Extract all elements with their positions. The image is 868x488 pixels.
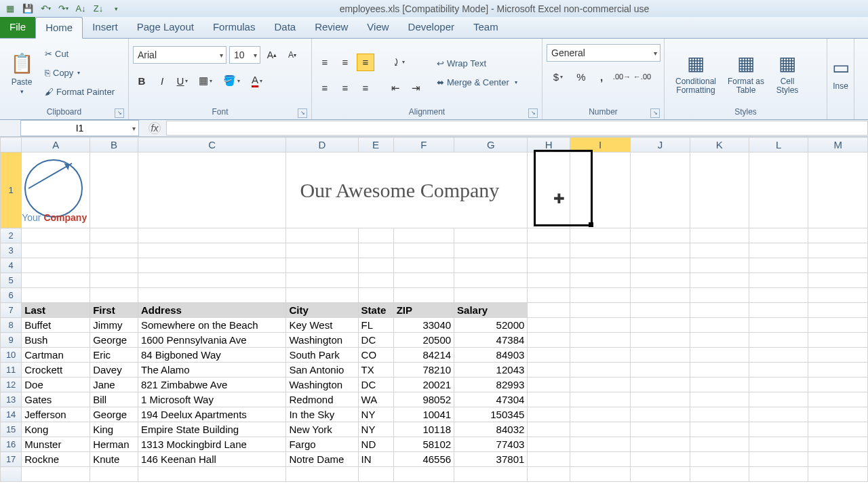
- cell-G3[interactable]: [454, 243, 528, 258]
- cell-M14[interactable]: [808, 407, 868, 422]
- col-header-I[interactable]: I: [570, 138, 630, 152]
- cell-styles-button[interactable]: ▦Cell Styles: [769, 43, 806, 104]
- cell-I9[interactable]: [570, 333, 630, 348]
- qat-customize-icon[interactable]: ▾: [108, 2, 123, 16]
- cell-K1[interactable]: [690, 152, 749, 228]
- cell-F13[interactable]: 98052: [393, 392, 454, 407]
- cell-B12[interactable]: Jane: [90, 378, 138, 392]
- cell-E16[interactable]: ND: [358, 437, 393, 452]
- cell-B6[interactable]: [90, 288, 138, 303]
- format-painter-button[interactable]: 🖌Format Painter: [42, 83, 117, 101]
- cell-J14[interactable]: [631, 407, 690, 422]
- cell-C15[interactable]: Empire State Building: [138, 422, 286, 437]
- tab-insert[interactable]: Insert: [83, 17, 127, 38]
- row-header-18[interactable]: [1, 467, 22, 482]
- align-center-icon[interactable]: ≡: [336, 79, 354, 97]
- cell-F17[interactable]: 46556: [393, 452, 454, 467]
- cell-B9[interactable]: George: [90, 333, 138, 348]
- cell-L3[interactable]: [749, 243, 808, 258]
- conditional-formatting-button[interactable]: ▦Conditional Formatting: [669, 43, 723, 104]
- align-right-icon[interactable]: ≡: [357, 79, 374, 97]
- cell-J15[interactable]: [631, 422, 690, 437]
- cell-G4[interactable]: [454, 258, 528, 273]
- cell-G13[interactable]: 47304: [454, 392, 528, 407]
- number-launcher[interactable]: ↘: [650, 108, 660, 118]
- cell-M9[interactable]: [808, 333, 868, 348]
- cell-C10[interactable]: 84 Bigboned Way: [138, 348, 286, 363]
- cell-F6[interactable]: [393, 288, 454, 303]
- cell-E17[interactable]: IN: [358, 452, 393, 467]
- cell-J3[interactable]: [631, 243, 690, 258]
- cell-J7[interactable]: [631, 303, 690, 318]
- cell-C14[interactable]: 194 Deelux Apartments: [138, 407, 286, 422]
- cell-G5[interactable]: [454, 273, 528, 288]
- cell-J12[interactable]: [631, 378, 690, 392]
- cell-E10[interactable]: CO: [358, 348, 393, 363]
- cell-F16[interactable]: 58102: [393, 437, 454, 452]
- cell-D15[interactable]: New York: [286, 422, 358, 437]
- shrink-font-icon[interactable]: A▾: [283, 46, 301, 64]
- decrease-decimal-icon[interactable]: ←.00: [633, 68, 651, 85]
- cell-L11[interactable]: [749, 363, 808, 378]
- cell-B3[interactable]: [90, 243, 138, 258]
- cell-K10[interactable]: [690, 348, 749, 363]
- cell-F4[interactable]: [393, 258, 454, 273]
- cell-I4[interactable]: [570, 258, 630, 273]
- tab-file[interactable]: File: [0, 17, 35, 38]
- cell-J4[interactable]: [631, 258, 690, 273]
- col-header-E[interactable]: E: [358, 138, 393, 152]
- cell-I2[interactable]: [570, 228, 630, 243]
- cell-I6[interactable]: [570, 288, 630, 303]
- cell-D11[interactable]: San Antonio: [286, 363, 358, 378]
- cell-K5[interactable]: [690, 273, 749, 288]
- cell-D16[interactable]: Fargo: [286, 437, 358, 452]
- cell-H9[interactable]: [528, 333, 570, 348]
- cell-K12[interactable]: [690, 378, 749, 392]
- cell-H14[interactable]: [528, 407, 570, 422]
- cell-G14[interactable]: 150345: [454, 407, 528, 422]
- cell-F7[interactable]: ZIP: [393, 303, 454, 318]
- cell-J16[interactable]: [631, 437, 690, 452]
- cell-A5[interactable]: [22, 273, 90, 288]
- cell-L7[interactable]: [749, 303, 808, 318]
- cell-C13[interactable]: 1 Microsoft Way: [138, 392, 286, 407]
- cell-B11[interactable]: Davey: [90, 363, 138, 378]
- row-header-13[interactable]: 13: [1, 392, 22, 407]
- cell-E12[interactable]: DC: [358, 378, 393, 392]
- cell-I3[interactable]: [570, 243, 630, 258]
- cell-M15[interactable]: [808, 422, 868, 437]
- cell-G2[interactable]: [454, 228, 528, 243]
- cell-L2[interactable]: [749, 228, 808, 243]
- cell-A15[interactable]: Kong: [22, 422, 90, 437]
- cell-A10[interactable]: Cartman: [22, 348, 90, 363]
- cell-K6[interactable]: [690, 288, 749, 303]
- cell-A16[interactable]: Munster: [22, 437, 90, 452]
- cell-B16[interactable]: Herman: [90, 437, 138, 452]
- name-box[interactable]: I1: [20, 120, 139, 136]
- bold-button[interactable]: B: [133, 72, 151, 89]
- cell-H16[interactable]: [528, 437, 570, 452]
- cell-A14[interactable]: Jefferson: [22, 407, 90, 422]
- cell-M1[interactable]: [808, 152, 868, 228]
- sort-desc-icon[interactable]: Z↓: [91, 2, 106, 16]
- col-header-B[interactable]: B: [90, 138, 138, 152]
- cell-H2[interactable]: [528, 228, 570, 243]
- row-header-3[interactable]: 3: [1, 243, 22, 258]
- cell-J5[interactable]: [631, 273, 690, 288]
- percent-button[interactable]: %: [572, 68, 590, 85]
- cell-B14[interactable]: George: [90, 407, 138, 422]
- cell-M3[interactable]: [808, 243, 868, 258]
- col-header-F[interactable]: F: [393, 138, 454, 152]
- italic-button[interactable]: I: [153, 72, 171, 89]
- cell-C11[interactable]: The Alamo: [138, 363, 286, 378]
- cell-J17[interactable]: [631, 452, 690, 467]
- cell-M12[interactable]: [808, 378, 868, 392]
- cell-K9[interactable]: [690, 333, 749, 348]
- cell-F10[interactable]: 84214: [393, 348, 454, 363]
- cell-D3[interactable]: [286, 243, 358, 258]
- row-header-12[interactable]: 12: [1, 378, 22, 392]
- cell-C17[interactable]: 146 Keenan Hall: [138, 452, 286, 467]
- cell-F2[interactable]: [393, 228, 454, 243]
- copy-button[interactable]: ⎘Copy▾: [42, 64, 117, 82]
- cell-E3[interactable]: [358, 243, 393, 258]
